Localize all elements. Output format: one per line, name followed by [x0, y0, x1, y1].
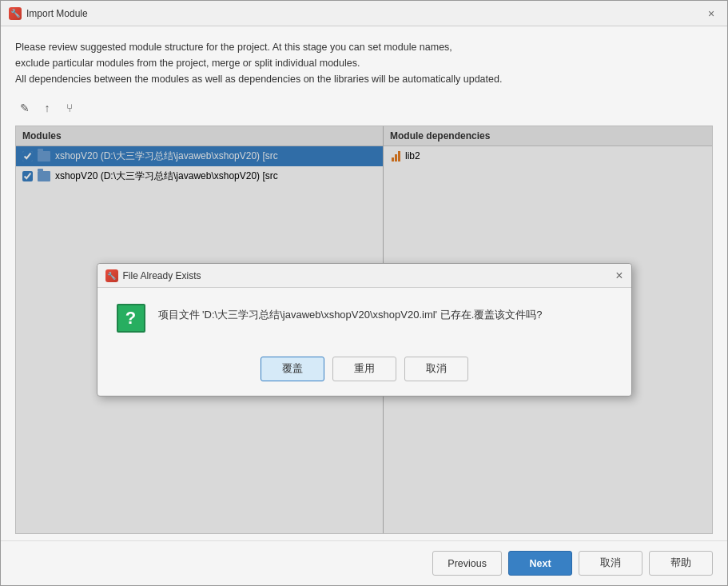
title-bar: 🔧 Import Module ×	[1, 1, 727, 26]
modal-title: File Already Exists	[123, 270, 201, 281]
description-line2: exclude particular modules from the proj…	[15, 55, 713, 71]
move-up-button[interactable]: ↑	[38, 98, 57, 118]
bottom-bar: Previous Next 取消 帮助	[1, 540, 727, 585]
modal-app-icon: 🔧	[105, 269, 118, 282]
toolbar: ✎ ↑ ⑂	[15, 98, 713, 118]
edit-icon: ✎	[20, 102, 30, 114]
cancel-button[interactable]: 取消	[579, 551, 642, 576]
description-line1: Please review suggested module structure…	[15, 39, 713, 55]
description-text: Please review suggested module structure…	[15, 39, 713, 87]
modal-cancel-button[interactable]: 取消	[404, 357, 468, 381]
modal-title-bar: 🔧 File Already Exists ×	[97, 264, 631, 288]
up-icon: ↑	[45, 102, 50, 114]
panels-area: Modules xshopV20 (D:\大三学习总结\javaweb\xsho…	[15, 126, 713, 534]
modal-close-button[interactable]: ×	[615, 269, 623, 282]
file-exists-dialog: 🔧 File Already Exists × ? 项目文件 'D:\大三学习总…	[97, 263, 632, 397]
window-close-button[interactable]: ×	[703, 6, 719, 22]
modal-buttons: 覆盖 重用 取消	[97, 349, 631, 396]
help-button[interactable]: 帮助	[649, 551, 713, 576]
modal-overlay: 🔧 File Already Exists × ? 项目文件 'D:\大三学习总…	[16, 126, 712, 533]
app-icon: 🔧	[9, 7, 22, 20]
description-line3: All dependencies between the modules as …	[15, 71, 713, 87]
main-window: 🔧 Import Module × Please review suggeste…	[0, 0, 728, 586]
window-title: Import Module	[26, 8, 88, 19]
split-button[interactable]: ⑂	[60, 98, 79, 118]
next-button[interactable]: Next	[508, 551, 572, 576]
content-area: Please review suggested module structure…	[1, 26, 727, 540]
question-icon: ?	[117, 304, 145, 333]
title-bar-left: 🔧 Import Module	[9, 7, 88, 20]
modal-body: ? 项目文件 'D:\大三学习总结\javaweb\xshopV20\xshop…	[97, 288, 631, 349]
split-icon: ⑂	[66, 102, 73, 114]
modal-message: 项目文件 'D:\大三学习总结\javaweb\xshopV20\xshopV2…	[158, 304, 543, 324]
modal-title-left: 🔧 File Already Exists	[105, 269, 201, 282]
previous-button[interactable]: Previous	[432, 551, 502, 576]
reuse-button[interactable]: 重用	[332, 357, 396, 381]
overwrite-button[interactable]: 覆盖	[261, 357, 324, 381]
edit-button[interactable]: ✎	[15, 98, 34, 118]
